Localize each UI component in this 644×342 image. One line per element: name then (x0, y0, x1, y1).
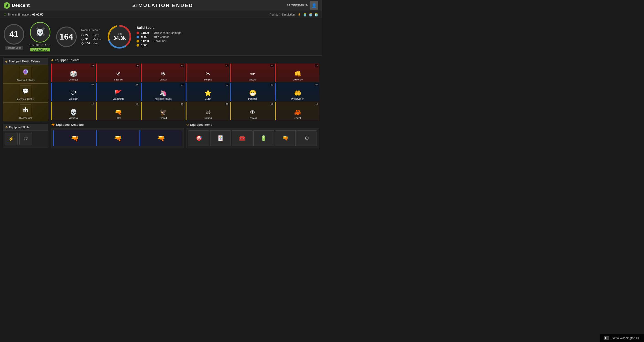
weapons-icon: 🔫 (51, 123, 55, 126)
score-dot-2 (136, 40, 139, 43)
skills-label: Equipped Skills (9, 126, 30, 129)
talent-level-r2-c2: 07 (180, 103, 184, 105)
talent-level-r2-c4: 10 (270, 103, 274, 105)
talent-card-r1-c4[interactable]: 08 😷 Insulated (230, 83, 274, 101)
talent-name-r1-c3: Clutch (205, 98, 211, 100)
time-value: 07:09:50 (32, 13, 43, 16)
talent-card-r1-c2[interactable]: 07 🦄 Adrenaline Rush (141, 83, 185, 101)
talent-name-r2-c5: Sadist (294, 117, 301, 119)
talents-section-icon: ◆ (51, 58, 54, 62)
talent-card-r0-c3[interactable]: 10 ✂ Surgical (186, 64, 230, 82)
talents-section-label: Equipped Talents (55, 58, 79, 62)
exotic-talents-header: ◆ Equipped Exotic Talents (3, 59, 48, 65)
talent-card-r0-c5[interactable]: 10 👊 Obliterate (275, 64, 319, 82)
exotic-talent-2[interactable]: 🕷 Bloodsucker (3, 103, 48, 121)
talent-name-r0-c5: Obliterate (293, 78, 302, 81)
talents-section-header: ◆ Equipped Talents (51, 58, 319, 62)
weapon-icon-2[interactable]: 🔫 (140, 130, 182, 146)
agents-label: Agents in Simulation: (270, 13, 296, 16)
rooms-hard-row: ⬡ 106 Hard (81, 42, 102, 45)
talent-card-r0-c0[interactable]: 10 🎲 Unhinged (51, 64, 95, 82)
talent-icon-r2-c2: 🦅 (160, 109, 167, 116)
exotic-icon: ◆ (5, 60, 7, 63)
score-value-2: 11200 (141, 40, 150, 43)
logo-icon: d (4, 2, 10, 9)
player-name: SPITFIRE-RUS- (286, 4, 308, 7)
talent-name-r1-c2: Adrenaline Rush (155, 98, 172, 100)
exotic-talent-0[interactable]: 🔮 Adaptive Instincts (3, 65, 48, 84)
score-dot-1 (136, 36, 139, 38)
item-icon-4[interactable]: 🔫 (275, 130, 296, 146)
item-icon-1[interactable]: 🃏 (210, 130, 231, 146)
weapon-icon-0[interactable]: 🔫 (53, 130, 96, 146)
item-icons: 🎯🃏🧰🔋🔫⚙ (186, 128, 319, 148)
exotic-talent-1[interactable]: 💬 Incessant Chatter (3, 84, 48, 103)
talent-card-r1-c1[interactable]: 09 🚩 Leadership (96, 83, 140, 101)
rooms-easy-icon: ⬡ (81, 34, 84, 37)
talent-icon-r1-c1: 🚩 (114, 90, 122, 97)
talent-icon-r1-c3: ⭐ (204, 90, 212, 97)
item-icon-2[interactable]: 🧰 (232, 130, 252, 146)
talent-card-r1-c0[interactable]: 09 🛡 Entrench (51, 83, 95, 101)
exotic-talent-list: 🔮 Adaptive Instincts 💬 Incessant Chatter… (3, 65, 48, 121)
skill-icon-0[interactable]: ⚡ (5, 133, 18, 145)
score-value-0: 11800 (141, 31, 150, 35)
total-score-circle: Total 34.3k (107, 24, 132, 49)
rooms-cleared-circle: 164 (56, 27, 77, 47)
talent-icon-r0-c3: ✂ (206, 70, 210, 78)
nemesis-container: 💀 ✕ Nemesis Status DEFEATED (29, 22, 52, 51)
rooms-breakdown-title: Rooms Cleared (81, 29, 102, 32)
item-icon-3[interactable]: 🔋 (254, 130, 274, 146)
talent-card-r2-c1[interactable]: 10 🔫 Extra (96, 102, 140, 120)
talent-card-r0-c1[interactable]: 10 ✳ Strained (96, 64, 140, 82)
right-content: ◆ Equipped Talents 10 🎲 Unhinged 10 ✳ St… (51, 58, 319, 148)
talent-icon-r0-c4: ✏ (250, 70, 255, 78)
agent-icon-2: 🫙 (303, 13, 307, 17)
score-value-1: 9800 (141, 36, 150, 39)
talent-icon-r1-c4: 😷 (249, 90, 256, 97)
rooms-medium-row: ⬡ 36 Medium (81, 38, 102, 41)
rooms-easy-count: 22 (86, 34, 91, 37)
score-row-3: 1500 (136, 44, 318, 47)
talent-card-r2-c5[interactable]: 10 🦀 Sadist (275, 102, 319, 120)
talent-icon-r2-c5: 🦀 (294, 109, 301, 116)
exotic-talent-name-0: Adaptive Instincts (17, 79, 34, 81)
player-avatar: 👤 (310, 1, 318, 10)
talent-card-r2-c0[interactable]: 10 💀 Vindictive (51, 102, 95, 120)
talent-level-r1-c5: 07 (315, 83, 318, 86)
exotic-talents-label: Equipped Exotic Talents (9, 60, 40, 63)
item-icon-5[interactable]: ⚙ (296, 130, 317, 146)
talent-card-r1-c3[interactable]: 09 ⭐ Clutch (186, 83, 230, 101)
talent-card-r0-c4[interactable]: 09 ✏ Allegro (230, 64, 274, 82)
score-row-2: 11200 +6 Skill Tier (136, 40, 318, 43)
talent-name-r0-c0: Unhinged (69, 78, 78, 81)
talent-name-r1-c5: Preservation (291, 98, 304, 100)
talent-level-r0-c0: 10 (91, 64, 94, 67)
nemesis-icon: 💀 (36, 29, 44, 36)
talent-level-r1-c1: 09 (136, 83, 139, 86)
talent-card-r2-c2[interactable]: 07 🦅 Braced (141, 102, 185, 120)
talent-card-r2-c3[interactable]: 09 ☠ Trauma (186, 102, 230, 120)
rooms-cleared-number: 164 (60, 32, 73, 42)
rooms-easy-row: ⬡ 22 Easy (81, 34, 102, 37)
score-row-1: 9800 +405% Armor (136, 36, 318, 39)
exotic-talent-icon-1: 💬 (20, 86, 31, 97)
talent-card-r0-c2[interactable]: 10 ❄ Critical (141, 64, 185, 82)
skills-icon: ⚙ (5, 126, 8, 129)
talent-level-r0-c1: 10 (136, 64, 139, 67)
talent-card-r2-c4[interactable]: 10 👁 Eyeless (230, 102, 274, 120)
talent-card-r1-c5[interactable]: 07 🤲 Preservation (275, 83, 319, 101)
rooms-easy-label: Easy (93, 34, 99, 37)
skill-icon-1[interactable]: 🛡 (20, 133, 32, 145)
skills-header: ⚙ Equipped Skills (3, 124, 48, 130)
score-desc-0: +70% Weapon Damage (152, 31, 181, 35)
talent-name-r0-c1: Strained (114, 78, 122, 81)
item-icon-0[interactable]: 🎯 (188, 130, 209, 146)
talent-icon-r0-c0: 🎲 (70, 70, 77, 78)
build-score: Build Score 11800 +70% Weapon Damage 980… (136, 26, 318, 48)
weapon-icon-1[interactable]: 🔫 (96, 130, 138, 146)
talent-name-r1-c0: Entrench (69, 98, 78, 100)
app-logo: d Descent (4, 2, 30, 9)
build-score-title: Build Score (136, 26, 318, 30)
score-row-0: 11800 +70% Weapon Damage (136, 31, 318, 35)
